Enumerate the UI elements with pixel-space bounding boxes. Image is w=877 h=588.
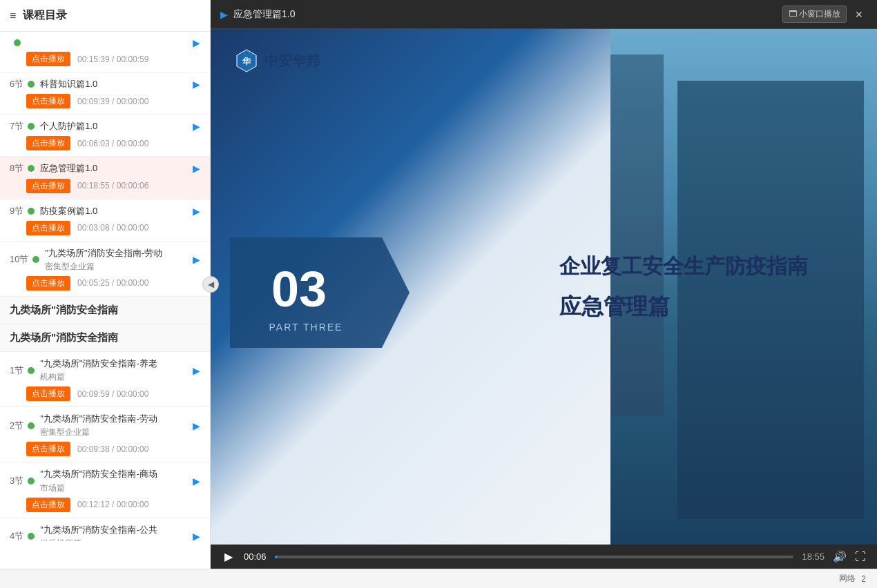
play-button[interactable]: 点击播放: [26, 221, 70, 235]
play-button[interactable]: 点击播放: [26, 136, 70, 150]
windowed-btn-label: 小窗口播放: [799, 9, 840, 19]
slide-main-title: 企业复工安全生产防疫指南: [559, 252, 808, 280]
progress-fill: [275, 556, 278, 558]
volume-button[interactable]: 🔊: [833, 550, 847, 563]
lesson-title: "九类场所"消防安全指南-公共: [40, 524, 193, 536]
play-icon[interactable]: ▶: [193, 365, 200, 376]
play-icon[interactable]: ▶: [193, 420, 200, 431]
sidebar-title: 课程目录: [23, 8, 67, 23]
video-header: ▶ 应急管理篇1.0 🗖 小窗口播放 ✕: [211, 0, 877, 29]
lesson-title-sub: 机构篇: [40, 371, 193, 383]
play-button[interactable]: 点击播放: [26, 52, 70, 66]
play-icon[interactable]: ▶: [193, 121, 200, 132]
svg-text:华: 华: [242, 57, 251, 66]
play-pause-button[interactable]: ▶: [222, 549, 235, 565]
lesson-time: 00:15:39 / 00:00:59: [77, 55, 148, 64]
lesson-dot: [28, 478, 35, 484]
course-group-header: 九类场所"消防安全指南: [0, 324, 210, 352]
lesson-num: 3节: [10, 475, 23, 487]
lesson-dot: [28, 165, 35, 172]
list-item[interactable]: 4节 "九类场所"消防安全指南-公共 娱乐场所篇 ▶ 点击播放 00:09:40…: [0, 518, 210, 542]
video-header-left: ▶ 应急管理篇1.0: [220, 8, 295, 21]
video-header-right: 🗖 小窗口播放 ✕: [782, 6, 867, 23]
logo-icon: 华: [234, 48, 259, 73]
list-item[interactable]: 6节 科普知识篇1.0 ▶ 点击播放 00:09:39 / 00:00:00: [0, 72, 210, 115]
play-icon[interactable]: ▶: [193, 254, 200, 265]
list-item[interactable]: 2节 "九类场所"消防安全指南-劳动 密集型企业篇 ▶ 点击播放 00:09:3…: [0, 407, 210, 462]
svg-text:PART THREE: PART THREE: [269, 322, 343, 333]
list-item[interactable]: 9节 防疫案例篇1.0 ▶ 点击播放 00:03:08 / 00:00:00: [0, 199, 210, 242]
menu-icon[interactable]: ≡: [10, 10, 16, 22]
lesson-time: 00:03:08 / 00:00:00: [77, 223, 148, 233]
play-icon[interactable]: ▶: [193, 531, 200, 541]
svg-text:03: 03: [271, 262, 327, 317]
current-time: 00:06: [244, 551, 267, 562]
lesson-dot: [28, 422, 35, 429]
lesson-title: "九类场所"消防安全指南-劳动: [45, 247, 193, 259]
play-icon[interactable]: ▶: [193, 37, 200, 48]
list-item[interactable]: 3节 "九类场所"消防安全指南-商场 市场篇 ▶ 点击播放 00:12:12 /…: [0, 462, 210, 518]
lesson-num: 10节: [10, 253, 28, 266]
close-button[interactable]: ✕: [851, 8, 867, 21]
lesson-time: 00:18:55 / 00:00:06: [77, 181, 148, 190]
lesson-time: 00:06:03 / 00:00:00: [77, 139, 148, 148]
list-item[interactable]: ▶ 点击播放 00:15:39 / 00:00:59: [0, 32, 210, 72]
windowed-play-button[interactable]: 🗖 小窗口播放: [782, 6, 847, 23]
lesson-num: 8节: [10, 162, 23, 175]
lesson-dot: [32, 256, 39, 263]
lesson-dot: [14, 39, 21, 46]
play-button[interactable]: 点击播放: [26, 442, 70, 456]
lesson-title-sub: 市场篇: [40, 482, 193, 494]
part-arrow-shape: 03 PART THREE: [230, 237, 409, 348]
list-item[interactable]: 7节 个人防护篇1.0 ▶ 点击播放 00:06:03 / 00:00:00: [0, 115, 210, 157]
video-title: 应急管理篇1.0: [233, 8, 295, 21]
part-box: 03 PART THREE: [230, 237, 409, 348]
lesson-time: 00:05:25 / 00:00:00: [77, 278, 148, 288]
lesson-num: 2节: [10, 420, 23, 432]
video-controls: ▶ 00:06 18:55 🔊 ⛶: [211, 545, 877, 569]
video-player[interactable]: // Render window grid via JS after load …: [211, 29, 877, 545]
course-group-header: 九类场所"消防安全指南: [0, 297, 210, 324]
play-icon[interactable]: ▶: [193, 206, 200, 217]
lesson-dot: [28, 208, 35, 215]
slide-logo: 华 中安华邦: [234, 48, 320, 73]
play-icon[interactable]: ▶: [193, 163, 200, 174]
play-icon[interactable]: ▶: [193, 79, 200, 90]
play-button[interactable]: 点击播放: [26, 386, 70, 401]
lesson-dot: [28, 367, 35, 374]
video-area: ▶ 应急管理篇1.0 🗖 小窗口播放 ✕: [211, 0, 877, 569]
fullscreen-button[interactable]: ⛶: [855, 551, 866, 563]
play-button[interactable]: 点击播放: [26, 94, 70, 108]
total-time: 18:55: [802, 551, 825, 562]
sidebar: ≡ 课程目录 ▶ 点击播放 00:15:39 / 00:00:59: [0, 0, 211, 569]
lesson-time: 00:09:38 / 00:00:00: [77, 444, 148, 454]
lesson-title: 个人防护篇1.0: [40, 120, 193, 133]
lesson-title: 防疫案例篇1.0: [40, 205, 193, 217]
progress-bar[interactable]: [275, 556, 794, 558]
slide-text: 企业复工安全生产防疫指南 应急管理篇: [559, 252, 808, 322]
slide-sub-title: 应急管理篇: [559, 291, 808, 322]
list-item[interactable]: 10节 "九类场所"消防安全指南-劳动 密集型企业篇 ▶ 点击播放 00:05:…: [0, 242, 210, 297]
play-button[interactable]: 点击播放: [26, 179, 70, 193]
video-play-header-icon: ▶: [220, 9, 228, 20]
lesson-num: 1节: [10, 364, 23, 377]
lesson-title-sub: 密集型企业篇: [45, 261, 193, 273]
list-item[interactable]: 1节 "九类场所"消防安全指南-养老 机构篇 ▶ 点击播放 00:09:59 /…: [0, 352, 210, 407]
lesson-title: "九类场所"消防安全指南-商场: [40, 468, 193, 480]
video-thumbnail: // Render window grid via JS after load …: [211, 29, 877, 545]
play-button[interactable]: 点击播放: [26, 276, 70, 291]
play-button[interactable]: 点击播放: [26, 498, 70, 512]
lesson-num: 7节: [10, 120, 23, 133]
lesson-dot: [28, 81, 35, 88]
logo-text: 中安华邦: [264, 52, 320, 70]
list-item-active[interactable]: 8节 应急管理篇1.0 ▶ 点击播放 00:18:55 / 00:00:06: [0, 157, 210, 199]
play-icon[interactable]: ▶: [193, 476, 200, 487]
lesson-title: "九类场所"消防安全指南-养老: [40, 357, 193, 370]
sidebar-content: ▶ 点击播放 00:15:39 / 00:00:59 6节 科普知识篇1.0 ▶…: [0, 32, 210, 541]
collapse-sidebar-button[interactable]: ◀: [202, 276, 219, 293]
network-label: 网络: [839, 573, 856, 585]
lesson-time: 00:09:59 / 00:00:00: [77, 389, 148, 399]
lesson-num: 6节: [10, 78, 23, 90]
lesson-num: 9节: [10, 205, 23, 217]
lesson-title-sub: 密集型企业篇: [40, 427, 193, 438]
